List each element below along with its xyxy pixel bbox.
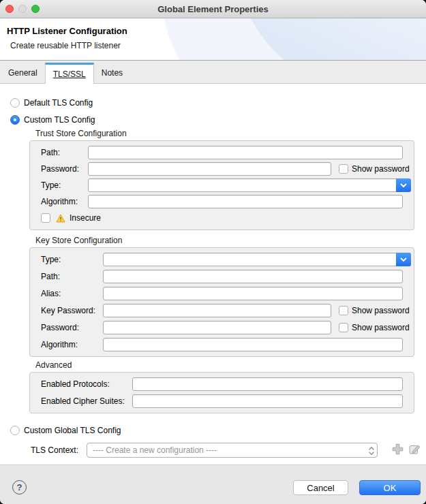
dialog-footer: ? Cancel OK: [0, 464, 426, 504]
key-key-password-input[interactable]: [103, 304, 331, 317]
key-password-label: Password:: [41, 323, 103, 332]
key-path-input[interactable]: [103, 270, 403, 283]
trust-path-label: Path:: [41, 148, 88, 157]
enabled-protocols-input[interactable]: [132, 377, 403, 391]
up-down-stepper-icon: [368, 445, 375, 456]
key-alias-label: Alias:: [41, 289, 103, 298]
radio-selected-icon: [10, 115, 20, 125]
minimize-window-button: [18, 5, 27, 13]
tls-context-selected-option: ---- Create a new configuration ----: [93, 445, 217, 455]
edit-tls-context-button[interactable]: [408, 444, 421, 456]
key-type-label: Type:: [41, 255, 103, 264]
key-store-group-title: Key Store Configuration: [35, 236, 414, 246]
key-store-group: Type: Path: Alias: Key Password: [29, 247, 414, 357]
radio-default-tls-label: Default TLS Config: [24, 98, 93, 108]
question-mark-icon: ?: [17, 482, 22, 492]
radio-custom-tls-label: Custom TLS Config: [24, 115, 95, 125]
trust-store-group: Path: Password: Show password Type:: [29, 140, 414, 230]
trust-type-select[interactable]: [88, 178, 411, 192]
key-algorithm-input[interactable]: [103, 338, 403, 351]
key-password-show-label: Show password: [352, 323, 410, 332]
warning-icon: [56, 214, 65, 223]
edit-pencil-icon: [409, 443, 421, 457]
trust-algorithm-input[interactable]: [88, 195, 403, 208]
add-tls-context-button[interactable]: [391, 444, 404, 456]
chevron-down-icon[interactable]: [396, 178, 411, 192]
trust-password-label: Password:: [41, 164, 88, 174]
radio-unselected-icon: [10, 426, 20, 435]
trust-path-input[interactable]: [88, 146, 403, 159]
trust-insecure-label: Insecure: [70, 213, 101, 223]
advanced-group-title: Advanced: [35, 360, 414, 371]
key-password-show-checkbox[interactable]: [339, 323, 348, 332]
trust-show-password-label: Show password: [352, 164, 410, 174]
trust-show-password-checkbox[interactable]: [339, 164, 348, 174]
key-algorithm-label: Algorithm:: [41, 340, 103, 349]
enabled-cipher-suites-label: Enabled Cipher Suites:: [41, 396, 132, 406]
key-key-password-label: Key Password:: [41, 306, 103, 315]
tls-ssl-tab-panel: Default TLS Config Custom TLS Config Tru…: [0, 84, 426, 464]
key-alias-input[interactable]: [103, 287, 403, 300]
key-path-label: Path:: [41, 272, 103, 281]
window-title: Global Element Properties: [0, 4, 426, 14]
radio-unselected-icon: [10, 98, 20, 108]
tls-context-select[interactable]: ---- Create a new configuration ----: [87, 443, 378, 458]
radio-custom-global-tls-config[interactable]: Custom Global TLS Config: [10, 425, 426, 436]
tls-context-label: TLS Context:: [31, 445, 87, 455]
radio-custom-tls-config[interactable]: Custom TLS Config: [10, 114, 426, 125]
radio-custom-global-tls-label: Custom Global TLS Config: [24, 426, 121, 435]
trust-type-label: Type:: [41, 180, 88, 190]
trust-password-input[interactable]: [88, 162, 331, 176]
tab-tls-ssl[interactable]: TLS/SSL: [45, 63, 94, 84]
help-button[interactable]: ?: [12, 480, 27, 494]
key-key-password-show-checkbox[interactable]: [339, 306, 348, 315]
page-subtitle: Create reusable HTTP listener: [10, 41, 121, 50]
titlebar: Global Element Properties: [0, 0, 426, 18]
key-key-password-show-label: Show password: [352, 306, 410, 315]
cancel-button[interactable]: Cancel: [293, 480, 348, 495]
enabled-cipher-suites-input[interactable]: [132, 394, 403, 408]
ok-button[interactable]: OK: [359, 480, 421, 495]
dialog-header: HTTP Listener Configuration Create reusa…: [0, 18, 426, 61]
page-title: HTTP Listener Configuration: [7, 26, 127, 36]
key-password-input[interactable]: [103, 321, 331, 334]
advanced-group: Enabled Protocols: Enabled Cipher Suites…: [29, 372, 414, 413]
tab-notes[interactable]: Notes: [94, 63, 130, 83]
zoom-window-button[interactable]: [31, 5, 40, 13]
chevron-down-icon[interactable]: [396, 253, 411, 266]
key-type-select[interactable]: [103, 253, 411, 266]
plus-icon: [392, 443, 404, 457]
global-element-properties-dialog: Global Element Properties HTTP Listener …: [0, 0, 426, 504]
traffic-lights: [5, 0, 40, 18]
tab-bar: General TLS/SSL Notes: [0, 61, 426, 84]
enabled-protocols-label: Enabled Protocols:: [41, 379, 132, 389]
radio-default-tls-config[interactable]: Default TLS Config: [10, 97, 426, 108]
tab-general[interactable]: General: [1, 63, 45, 83]
trust-insecure-checkbox[interactable]: [41, 213, 50, 223]
trust-algorithm-label: Algorithm:: [41, 197, 88, 206]
trust-store-group-title: Trust Store Configuration: [35, 129, 414, 139]
close-window-button[interactable]: [5, 5, 14, 13]
